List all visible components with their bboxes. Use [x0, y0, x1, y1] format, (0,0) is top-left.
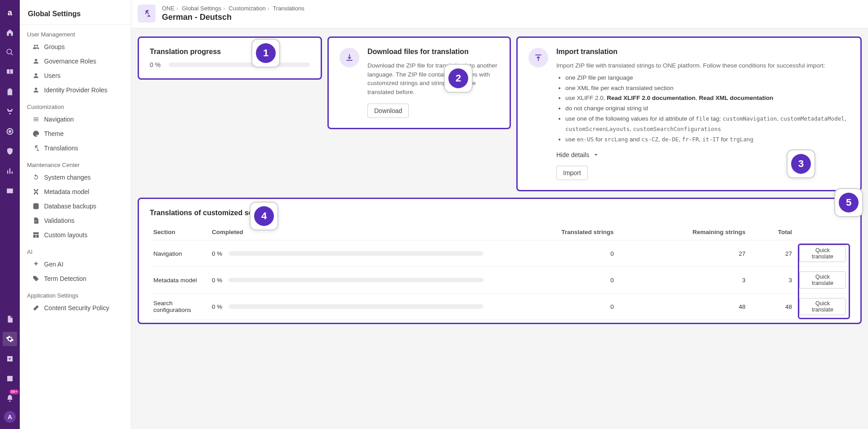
annotation-badge-1: 1: [251, 39, 280, 68]
link-icon: [32, 304, 40, 312]
col-remaining: Remaining strings: [617, 224, 749, 240]
import-conditions-list: one ZIP file per language one XML file p…: [556, 73, 850, 145]
annotation-badge-2: 2: [444, 64, 473, 93]
user-avatar[interactable]: A: [4, 411, 16, 423]
card-title: Download files for translation: [367, 48, 499, 56]
quick-translate-button[interactable]: Quick translate: [799, 245, 846, 262]
sidebar-title: Global Settings: [20, 0, 131, 25]
card-description: Download the ZIP file for translation in…: [367, 61, 499, 96]
sidebar-item-custom-layouts[interactable]: Custom layouts: [20, 228, 131, 242]
gear-icon[interactable]: [3, 332, 17, 346]
sidebar-item-label: Theme: [44, 130, 64, 137]
cell-completed: 0 %: [208, 267, 487, 294]
cell-remaining: 48: [617, 294, 749, 320]
sidebar-item-governance-roles[interactable]: Governance Roles: [20, 54, 131, 68]
cell-total: 48: [749, 294, 796, 320]
analytics-icon[interactable]: [3, 164, 17, 178]
sidebar-item-label: Custom layouts: [44, 231, 87, 239]
annotation-badge-3: 3: [787, 149, 815, 178]
sidebar-item-translations[interactable]: Translations: [20, 141, 131, 155]
shield-icon[interactable]: [3, 144, 17, 158]
hide-details-toggle[interactable]: Hide details: [556, 151, 599, 158]
breadcrumb-item[interactable]: ONE: [162, 5, 174, 12]
chart-icon[interactable]: [3, 371, 17, 386]
col-translated: Translated strings: [487, 224, 617, 240]
sidebar-item-theme[interactable]: Theme: [20, 126, 131, 141]
import-card: Import translation Import ZIP file with …: [516, 36, 862, 191]
sidebar-item-db-backups[interactable]: Database backups: [20, 199, 131, 213]
sidebar-item-label: Validations: [44, 217, 74, 224]
explore-icon[interactable]: [3, 184, 17, 198]
sidebar-item-label: Metadata model: [44, 188, 89, 195]
document-icon[interactable]: [3, 312, 17, 326]
content: Translation progress 0 % 1 Download file…: [131, 28, 868, 429]
breadcrumb-item[interactable]: Translations: [273, 5, 304, 12]
check-icon[interactable]: [3, 352, 17, 366]
sidebar-item-label: Content Security Policy: [44, 304, 109, 312]
sidebar-item-metadata-model[interactable]: Metadata model: [20, 185, 131, 199]
cell-completed: 0 %: [208, 240, 487, 267]
sidebar-item-csp[interactable]: Content Security Policy: [20, 301, 131, 315]
cell-translated: 0: [487, 240, 617, 267]
sidebar-item-validations[interactable]: Validations: [20, 213, 131, 228]
sidebar-section-customization: Customization: [20, 97, 131, 112]
xliff-doc-link[interactable]: Read XLIFF 2.0 documentation: [607, 95, 695, 101]
xml-doc-link[interactable]: Read XML documentation: [699, 95, 774, 101]
translations-table: Section Completed Translated strings Rem…: [150, 224, 850, 320]
col-section: Section: [150, 224, 208, 240]
row-progress-bar: [228, 251, 483, 256]
sidebar-section-app-settings: Application Settings: [20, 286, 131, 301]
sidebar-item-groups[interactable]: Groups: [20, 40, 131, 54]
sidebar-item-users[interactable]: Users: [20, 68, 131, 83]
breadcrumb-item[interactable]: Customization: [228, 5, 265, 12]
breadcrumb: ONE› Global Settings› Customization› Tra…: [162, 5, 304, 12]
row-progress-bar: [228, 304, 483, 309]
page-header: ONE› Global Settings› Customization› Tra…: [131, 0, 868, 28]
translate-icon: [32, 145, 40, 152]
home-icon[interactable]: [3, 25, 17, 40]
annotation-badge-4: 4: [250, 202, 278, 230]
table-row: Search configurations0 %04848Quick trans…: [150, 294, 850, 320]
cell-remaining: 3: [617, 267, 749, 294]
sidebar-item-label: Users: [44, 72, 61, 79]
table-row: Metadata model0 %033Quick translate: [150, 267, 850, 294]
card-title: Translation progress: [150, 48, 310, 56]
quick-translate-button[interactable]: Quick translate: [799, 271, 846, 289]
workflow-icon[interactable]: [3, 104, 17, 119]
list-item: use one of the following values for id a…: [565, 114, 850, 135]
row-progress-bar: [228, 278, 483, 282]
table-row: Navigation0 %02727Quick translate: [150, 240, 850, 267]
sidebar-item-idp-roles[interactable]: Identity Provider Roles: [20, 83, 131, 97]
sidebar-item-navigation[interactable]: Navigation: [20, 112, 131, 126]
card-description: Import ZIP file with translated strings …: [556, 61, 850, 70]
sidebar-section-user-mgmt: User Management: [20, 25, 131, 40]
cell-total: 3: [749, 267, 796, 294]
list-item: one XML file per each translated section: [565, 83, 850, 94]
download-icon: [340, 48, 359, 68]
quick-translate-button[interactable]: Quick translate: [799, 298, 846, 315]
palette-icon: [32, 130, 40, 137]
annotation-badge-5: 5: [834, 188, 863, 217]
sidebar-section-ai: AI: [20, 242, 131, 257]
person-badge-icon: [32, 58, 40, 65]
cell-remaining: 27: [617, 240, 749, 267]
list-item: use XLIFF 2.0, Read XLIFF 2.0 documentat…: [565, 93, 850, 104]
import-button[interactable]: Import: [556, 166, 588, 180]
sidebar-item-label: Translations: [44, 145, 78, 152]
download-button[interactable]: Download: [367, 104, 409, 118]
sidebar-item-system-changes[interactable]: System changes: [20, 170, 131, 185]
layout-icon: [32, 231, 40, 239]
notifications-icon[interactable]: 99+: [3, 391, 17, 406]
main-area: ONE› Global Settings› Customization› Tra…: [131, 0, 868, 429]
sidebar-item-term-detection[interactable]: Term Detection: [20, 271, 131, 286]
sidebar-item-gen-ai[interactable]: Gen AI: [20, 257, 131, 271]
search-icon[interactable]: [3, 45, 17, 59]
book-icon[interactable]: [3, 65, 17, 79]
chevron-down-icon: [593, 152, 599, 158]
app-logo-icon[interactable]: a: [3, 5, 17, 20]
sidebar-item-label: Governance Roles: [44, 58, 96, 65]
page-title: German - Deutsch: [162, 13, 304, 22]
target-icon[interactable]: [3, 124, 17, 139]
clipboard-icon[interactable]: [3, 85, 17, 99]
breadcrumb-item[interactable]: Global Settings: [182, 5, 221, 12]
